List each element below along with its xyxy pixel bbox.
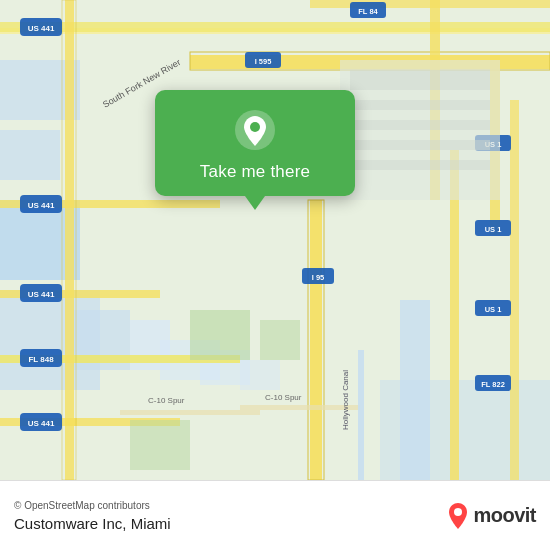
bottom-info: © OpenStreetMap contributors Customware … (14, 500, 171, 532)
svg-rect-13 (380, 380, 550, 480)
take-me-there-label: Take me there (200, 162, 310, 182)
attribution-text: © OpenStreetMap contributors (14, 500, 171, 511)
svg-rect-15 (0, 22, 550, 32)
svg-rect-69 (190, 310, 250, 360)
map-background: US 441 US 441 US 441 US 441 FL 84 FL 848… (0, 0, 550, 480)
svg-rect-32 (120, 410, 260, 415)
svg-text:FL 848: FL 848 (28, 355, 54, 364)
svg-rect-31 (510, 100, 519, 480)
svg-text:US 1: US 1 (485, 225, 502, 234)
svg-rect-11 (240, 360, 280, 390)
svg-text:FL 822: FL 822 (481, 380, 505, 389)
bottom-bar: © OpenStreetMap contributors Customware … (0, 480, 550, 550)
svg-rect-64 (350, 70, 490, 90)
location-pin-icon (233, 108, 277, 152)
svg-rect-67 (350, 140, 490, 150)
moovit-pin-icon (447, 502, 469, 530)
svg-text:Hollywood Canal: Hollywood Canal (341, 370, 350, 430)
moovit-logo: moovit (447, 502, 536, 530)
svg-text:US 441: US 441 (28, 290, 55, 299)
map-container: US 441 US 441 US 441 US 441 FL 84 FL 848… (0, 0, 550, 480)
svg-text:US 441: US 441 (28, 419, 55, 428)
svg-point-73 (250, 122, 260, 132)
svg-rect-20 (310, 0, 550, 8)
moovit-brand-text: moovit (473, 504, 536, 527)
location-title: Customware Inc, Miami (14, 515, 171, 532)
svg-text:FL 84: FL 84 (358, 7, 378, 16)
svg-rect-71 (130, 420, 190, 470)
svg-rect-34 (358, 350, 364, 480)
svg-text:I 95: I 95 (312, 273, 325, 282)
svg-rect-68 (350, 160, 490, 170)
svg-rect-65 (350, 100, 490, 110)
svg-text:US 441: US 441 (28, 201, 55, 210)
svg-text:I 595: I 595 (255, 57, 272, 66)
svg-rect-4 (0, 130, 60, 180)
svg-text:C-10 Spur: C-10 Spur (148, 396, 185, 405)
svg-point-74 (454, 508, 462, 516)
svg-rect-29 (308, 200, 324, 480)
svg-rect-70 (260, 320, 300, 360)
svg-rect-27 (62, 0, 76, 480)
location-popup[interactable]: Take me there (155, 90, 355, 196)
svg-text:C-10 Spur: C-10 Spur (265, 393, 302, 402)
svg-text:US 1: US 1 (485, 305, 502, 314)
svg-text:US 441: US 441 (28, 24, 55, 33)
svg-rect-66 (350, 120, 490, 130)
